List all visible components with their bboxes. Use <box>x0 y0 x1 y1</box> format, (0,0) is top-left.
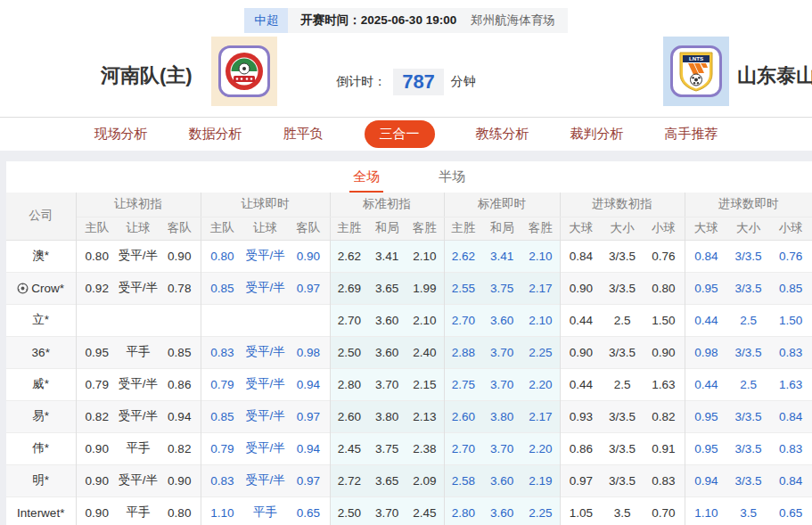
odds-cell-3-1[interactable]: 3.60 <box>482 464 521 496</box>
subtab-1[interactable]: 半场 <box>435 168 469 193</box>
odds-cell-4-1[interactable]: 2.5 <box>602 304 643 336</box>
company-cell[interactable]: 36* <box>6 336 76 368</box>
odds-cell-4-0[interactable]: 0.90 <box>560 272 602 304</box>
odds-cell-5-2[interactable]: 1.50 <box>769 304 812 336</box>
company-cell[interactable]: 立* <box>6 304 76 336</box>
odds-cell-1-1[interactable]: 受平/半 <box>243 336 287 368</box>
odds-cell-4-2[interactable]: 0.82 <box>643 400 685 432</box>
odds-cell-2-1[interactable]: 3.60 <box>368 336 406 368</box>
odds-cell-0-2[interactable]: 0.94 <box>159 400 201 432</box>
odds-cell-4-1[interactable]: 3/3.5 <box>602 464 643 496</box>
odds-cell-1-0[interactable]: 0.80 <box>201 240 243 272</box>
odds-cell-4-0[interactable]: 1.05 <box>560 496 602 525</box>
odds-cell-1-1[interactable]: 受平/半 <box>243 240 287 272</box>
odds-cell-3-0[interactable]: 2.80 <box>444 496 482 525</box>
odds-cell-4-0[interactable]: 0.97 <box>560 464 602 496</box>
odds-cell-5-2[interactable]: 0.65 <box>769 496 812 525</box>
odds-cell-3-2[interactable]: 2.20 <box>521 368 560 400</box>
odds-cell-0-2[interactable]: 0.78 <box>159 272 201 304</box>
odds-cell-5-1[interactable]: 2.5 <box>727 368 769 400</box>
odds-cell-5-2[interactable]: 0.83 <box>769 336 812 368</box>
odds-cell-4-1[interactable]: 3/3.5 <box>602 432 643 464</box>
odds-cell-2-0[interactable]: 2.69 <box>330 272 368 304</box>
odds-cell-3-2[interactable]: 2.17 <box>521 400 560 432</box>
odds-cell-3-0[interactable]: 2.62 <box>444 240 482 272</box>
odds-cell-1-2[interactable]: 0.94 <box>287 432 330 464</box>
nav-tab-3[interactable]: 三合一 <box>365 120 435 148</box>
odds-cell-4-2[interactable]: 0.91 <box>643 432 685 464</box>
odds-cell-3-1[interactable]: 3.70 <box>482 432 521 464</box>
odds-cell-5-1[interactable]: 3/3.5 <box>727 464 769 496</box>
odds-cell-2-2[interactable]: 2.38 <box>406 432 444 464</box>
company-cell[interactable]: Crow* <box>6 272 76 304</box>
odds-cell-4-1[interactable]: 2.5 <box>602 368 643 400</box>
company-cell[interactable]: 明* <box>6 464 76 496</box>
odds-cell-5-0[interactable]: 1.10 <box>685 496 727 525</box>
odds-cell-2-2[interactable]: 1.99 <box>406 272 444 304</box>
odds-cell-5-0[interactable]: 0.95 <box>685 432 727 464</box>
odds-cell-3-1[interactable]: 3.41 <box>482 240 521 272</box>
odds-cell-0-0[interactable]: 0.90 <box>76 432 118 464</box>
odds-cell-5-2[interactable]: 1.63 <box>769 368 812 400</box>
odds-cell-4-2[interactable]: 0.90 <box>643 336 685 368</box>
odds-cell-5-0[interactable]: 0.95 <box>685 400 727 432</box>
odds-cell-4-2[interactable]: 1.50 <box>643 304 685 336</box>
odds-cell-3-2[interactable]: 2.10 <box>521 240 560 272</box>
odds-cell-5-0[interactable]: 0.84 <box>685 240 727 272</box>
odds-cell-5-2[interactable]: 0.83 <box>769 432 812 464</box>
odds-cell-1-2[interactable]: 0.97 <box>287 464 330 496</box>
odds-cell-1-2[interactable]: 0.94 <box>287 368 330 400</box>
company-cell[interactable]: 易* <box>6 400 76 432</box>
odds-cell-3-2[interactable]: 2.17 <box>521 272 560 304</box>
odds-cell-2-0[interactable]: 2.72 <box>330 464 368 496</box>
odds-cell-3-0[interactable]: 2.88 <box>444 336 482 368</box>
odds-cell-2-1[interactable]: 3.60 <box>368 304 406 336</box>
odds-cell-0-0[interactable]: 0.80 <box>76 240 118 272</box>
odds-cell-1-2[interactable]: 0.65 <box>287 496 330 525</box>
nav-tab-5[interactable]: 裁判分析 <box>570 126 624 143</box>
odds-cell-3-2[interactable]: 2.10 <box>521 304 560 336</box>
odds-cell-4-2[interactable]: 1.63 <box>643 368 685 400</box>
odds-cell-5-2[interactable]: 0.85 <box>769 272 812 304</box>
odds-cell-1-2[interactable]: 0.98 <box>287 336 330 368</box>
odds-cell-3-2[interactable]: 2.25 <box>521 496 560 525</box>
odds-cell-2-2[interactable]: 2.09 <box>406 464 444 496</box>
company-cell[interactable]: 伟* <box>6 432 76 464</box>
odds-cell-5-1[interactable]: 2.5 <box>727 304 769 336</box>
odds-cell-2-2[interactable]: 2.40 <box>406 336 444 368</box>
odds-cell-1-1[interactable]: 受平/半 <box>243 272 287 304</box>
odds-cell-1-1[interactable]: 受平/半 <box>243 368 287 400</box>
odds-cell-1-0[interactable]: 0.79 <box>201 432 243 464</box>
odds-cell-4-0[interactable]: 0.93 <box>560 400 602 432</box>
odds-cell-1-2[interactable]: 0.97 <box>287 272 330 304</box>
odds-cell-0-0[interactable]: 0.90 <box>76 464 118 496</box>
odds-cell-2-0[interactable]: 2.45 <box>330 432 368 464</box>
nav-tab-6[interactable]: 高手推荐 <box>665 126 718 143</box>
odds-cell-0-0[interactable]: 0.92 <box>76 272 118 304</box>
odds-cell-0-2[interactable]: 0.90 <box>159 240 201 272</box>
odds-cell-0-2[interactable]: 0.85 <box>159 336 201 368</box>
odds-cell-2-0[interactable]: 2.70 <box>330 304 368 336</box>
odds-cell-5-0[interactable]: 0.95 <box>685 272 727 304</box>
odds-cell-0-2[interactable]: 0.82 <box>159 432 201 464</box>
odds-cell-5-1[interactable]: 3/3.5 <box>727 400 769 432</box>
odds-cell-3-1[interactable]: 3.70 <box>482 336 521 368</box>
odds-cell-0-2[interactable]: 0.90 <box>159 464 201 496</box>
odds-cell-1-2[interactable]: 0.90 <box>287 240 330 272</box>
odds-cell-3-0[interactable]: 2.58 <box>444 464 482 496</box>
odds-cell-5-2[interactable]: 0.84 <box>769 400 812 432</box>
company-cell[interactable]: 澳* <box>6 240 76 272</box>
odds-cell-0-0[interactable]: 0.90 <box>76 496 118 525</box>
company-cell[interactable]: Interwet* <box>6 496 76 525</box>
odds-cell-1-0[interactable]: 0.83 <box>201 464 243 496</box>
odds-cell-2-2[interactable]: 2.45 <box>406 496 444 525</box>
odds-cell-3-0[interactable]: 2.60 <box>444 400 482 432</box>
odds-cell-5-1[interactable]: 3/3.5 <box>727 272 769 304</box>
odds-cell-2-2[interactable]: 2.13 <box>406 400 444 432</box>
nav-tab-4[interactable]: 教练分析 <box>476 126 529 143</box>
odds-cell-1-0[interactable]: 0.85 <box>201 400 243 432</box>
odds-cell-5-1[interactable]: 3/3.5 <box>727 432 769 464</box>
odds-cell-2-0[interactable]: 2.60 <box>330 400 368 432</box>
odds-cell-2-0[interactable]: 2.80 <box>330 368 368 400</box>
company-cell[interactable]: 威* <box>6 368 76 400</box>
